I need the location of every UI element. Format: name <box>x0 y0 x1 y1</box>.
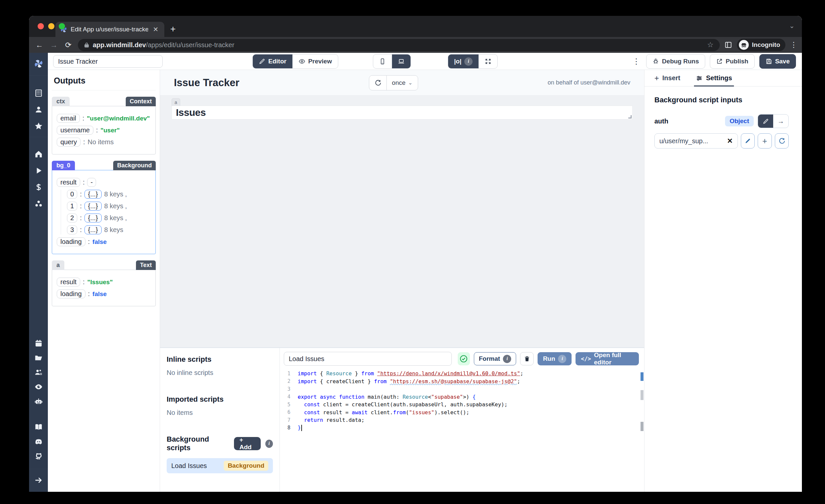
key-pill[interactable]: 2 <box>67 214 77 222</box>
key-pill[interactable]: result <box>57 278 80 286</box>
connect-mode-button[interactable]: → <box>773 115 789 128</box>
tab-preview[interactable]: Preview <box>293 55 338 68</box>
back-icon[interactable]: ← <box>34 41 44 50</box>
debug-runs-button[interactable]: Debug Runs <box>646 54 705 69</box>
docs-book-icon[interactable] <box>34 423 43 431</box>
scroll-thumb[interactable] <box>641 422 644 431</box>
tab-search-chevron-icon[interactable]: ⌄ <box>789 22 795 30</box>
script-name-input[interactable] <box>284 352 452 366</box>
code-token: Resource <box>402 394 428 400</box>
forward-icon[interactable]: → <box>49 41 59 50</box>
new-tab-button[interactable]: + <box>170 24 175 34</box>
tab-insert[interactable]: + Insert <box>654 70 680 86</box>
workspace-icon[interactable] <box>34 89 43 97</box>
variables-dollar-icon[interactable] <box>34 183 43 192</box>
key-pill[interactable]: 3 <box>67 225 77 234</box>
key-pill[interactable]: 0 <box>67 190 77 199</box>
code-token: client = createClient(auth.supabaseUrl, … <box>320 401 507 408</box>
run-button[interactable]: Run i <box>538 352 572 365</box>
expand-sidebar-arrow-icon[interactable] <box>34 476 43 485</box>
reload-icon[interactable]: ⟳ <box>63 41 73 50</box>
resource-picker-input[interactable]: u/user/my_sup... ✕ <box>654 133 738 149</box>
groups-icon[interactable] <box>34 368 43 377</box>
key-pill[interactable]: query <box>57 138 80 147</box>
delete-script-button[interactable] <box>520 352 534 365</box>
save-button[interactable]: Save <box>759 54 796 69</box>
output-box-bg_0[interactable]: bg_0Backgroundresult:-0:{...}8 keys ,1:{… <box>52 170 156 254</box>
mobile-view-button[interactable] <box>373 55 392 68</box>
code-token: } <box>298 424 301 431</box>
bookmark-star-icon[interactable]: ☆ <box>707 41 714 49</box>
hide-schema-button[interactable]: |o| i <box>448 55 479 68</box>
code-token: result.data; <box>323 417 364 423</box>
runs-play-icon[interactable] <box>34 166 43 175</box>
refresh-mode-dropdown[interactable]: once ⌄ <box>387 76 418 90</box>
key-pill[interactable]: result <box>57 178 80 187</box>
zoom-window-button[interactable] <box>59 23 65 29</box>
output-tab-ctx[interactable]: ctx <box>52 97 70 106</box>
desktop-view-button[interactable] <box>392 55 410 68</box>
object-pill[interactable]: {...} <box>84 202 102 211</box>
refresh-resource-button[interactable] <box>775 133 789 149</box>
ai-robot-icon[interactable] <box>34 397 43 406</box>
browser-tab[interactable]: Edit App u/user/issue-tracker | ✕ <box>56 22 164 37</box>
publish-button[interactable]: Publish <box>710 54 755 69</box>
inline-scripts-title: Inline scripts <box>167 355 273 364</box>
open-full-editor-button[interactable]: </> Open full editor <box>576 352 639 365</box>
add-background-script-button[interactable]: + Add <box>234 437 261 450</box>
home-icon[interactable] <box>34 150 43 158</box>
object-pill[interactable]: {...} <box>84 214 102 222</box>
folders-icon[interactable] <box>34 354 43 362</box>
edit-resource-button[interactable] <box>741 133 755 149</box>
editor-scrollbar[interactable] <box>640 370 644 492</box>
clear-resource-icon[interactable]: ✕ <box>727 137 733 145</box>
format-button[interactable]: Format i <box>474 352 516 365</box>
imported-scripts-title: Imported scripts <box>167 395 273 404</box>
incognito-badge[interactable]: Incognito <box>737 39 785 51</box>
object-pill[interactable]: {...} <box>84 225 102 234</box>
code-token: await <box>352 409 368 416</box>
scroll-thumb[interactable] <box>641 390 644 400</box>
user-icon[interactable] <box>34 105 43 114</box>
background-script-item[interactable]: Load IssuesBackground <box>167 458 273 473</box>
favorites-star-icon[interactable] <box>34 122 43 130</box>
output-tab-a[interactable]: a <box>52 261 64 270</box>
app-name-input[interactable] <box>53 55 163 68</box>
address-input[interactable]: app.windmill.dev/apps/edit/u/user/issue-… <box>78 39 720 51</box>
key-pill[interactable]: loading <box>57 289 85 298</box>
github-icon[interactable] <box>34 452 43 460</box>
tab-editor[interactable]: Editor <box>253 55 293 68</box>
output-tab-bg_0[interactable]: bg_0 <box>52 161 75 170</box>
resize-handle[interactable] <box>628 115 631 119</box>
key-pill[interactable]: username <box>57 126 93 135</box>
app-canvas[interactable]: a Issues <box>160 96 644 348</box>
code-token <box>387 378 390 384</box>
add-resource-button[interactable]: + <box>758 133 771 149</box>
resources-icon[interactable] <box>34 199 43 208</box>
static-mode-button[interactable] <box>758 115 773 128</box>
component-handle[interactable]: a <box>172 98 180 106</box>
output-box-a[interactable]: aTextresult:"Issues"loading:false <box>52 270 156 306</box>
value-muted: No items <box>88 138 114 146</box>
audit-eye-icon[interactable] <box>34 382 43 391</box>
collapse-pill[interactable]: - <box>87 178 96 187</box>
schedules-calendar-icon[interactable] <box>34 339 43 348</box>
output-box-ctx[interactable]: ctxContextemail:"user@windmill.dev"usern… <box>52 106 156 154</box>
key-pill[interactable]: 1 <box>67 202 77 211</box>
windmill-logo[interactable] <box>34 59 44 69</box>
close-window-button[interactable] <box>38 23 44 29</box>
app-menu-kebab-icon[interactable]: ⋮ <box>631 57 642 66</box>
key-pill[interactable]: email <box>57 114 80 123</box>
tab-close-icon[interactable]: ✕ <box>151 25 160 33</box>
key-pill[interactable]: loading <box>57 237 85 246</box>
discord-icon[interactable] <box>34 437 43 446</box>
minimize-window-button[interactable] <box>48 23 55 29</box>
code-editor[interactable]: 1import { Resource } from "https://deno.… <box>284 370 644 492</box>
fullscreen-button[interactable] <box>479 55 497 68</box>
chrome-menu-icon[interactable]: ⋮ <box>790 41 797 49</box>
side-panel-icon[interactable] <box>724 41 732 49</box>
text-component[interactable]: a Issues <box>172 105 632 120</box>
object-pill[interactable]: {...} <box>84 190 102 199</box>
refresh-button[interactable] <box>369 76 387 90</box>
tab-settings[interactable]: Settings <box>696 70 732 86</box>
